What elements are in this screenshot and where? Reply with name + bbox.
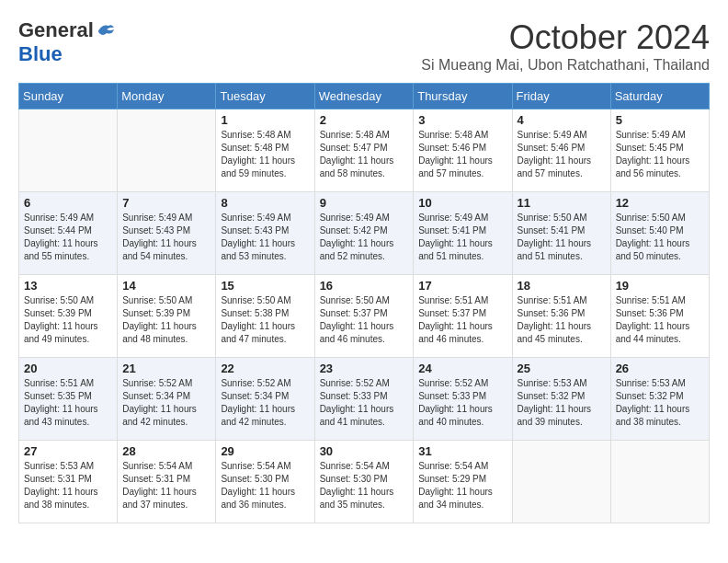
calendar-cell: 15Sunrise: 5:50 AM Sunset: 5:38 PM Dayli… — [216, 275, 314, 358]
title-month: October 2024 — [421, 18, 710, 57]
day-info: Sunrise: 5:51 AM Sunset: 5:36 PM Dayligh… — [616, 294, 704, 346]
day-number: 20 — [24, 362, 112, 375]
day-info: Sunrise: 5:50 AM Sunset: 5:39 PM Dayligh… — [24, 294, 112, 346]
calendar-table: SundayMondayTuesdayWednesdayThursdayFrid… — [18, 83, 710, 523]
logo: General Blue — [18, 18, 116, 66]
day-info: Sunrise: 5:50 AM Sunset: 5:38 PM Dayligh… — [221, 294, 309, 346]
calendar-cell: 13Sunrise: 5:50 AM Sunset: 5:39 PM Dayli… — [19, 275, 118, 358]
calendar-cell: 19Sunrise: 5:51 AM Sunset: 5:36 PM Dayli… — [610, 275, 709, 358]
calendar-cell: 18Sunrise: 5:51 AM Sunset: 5:36 PM Dayli… — [512, 275, 610, 358]
day-number: 11 — [518, 196, 606, 210]
day-number: 7 — [122, 196, 210, 210]
calendar-cell — [118, 109, 216, 192]
title-area: October 2024 Si Mueang Mai, Ubon Ratchat… — [421, 18, 710, 74]
day-number: 4 — [518, 113, 606, 127]
day-number: 13 — [24, 279, 112, 293]
day-info: Sunrise: 5:53 AM Sunset: 5:32 PM Dayligh… — [518, 377, 606, 429]
calendar-cell: 9Sunrise: 5:49 AM Sunset: 5:42 PM Daylig… — [314, 192, 414, 275]
day-info: Sunrise: 5:51 AM Sunset: 5:37 PM Dayligh… — [418, 294, 506, 346]
day-info: Sunrise: 5:50 AM Sunset: 5:40 PM Dayligh… — [616, 212, 704, 263]
day-number: 26 — [616, 362, 704, 375]
calendar-cell: 26Sunrise: 5:53 AM Sunset: 5:32 PM Dayli… — [610, 358, 709, 441]
calendar-cell: 20Sunrise: 5:51 AM Sunset: 5:35 PM Dayli… — [19, 358, 118, 441]
calendar-cell: 21Sunrise: 5:52 AM Sunset: 5:34 PM Dayli… — [118, 358, 216, 441]
calendar-cell: 1Sunrise: 5:48 AM Sunset: 5:48 PM Daylig… — [216, 109, 314, 192]
day-info: Sunrise: 5:52 AM Sunset: 5:33 PM Dayligh… — [320, 377, 409, 429]
day-info: Sunrise: 5:53 AM Sunset: 5:32 PM Dayligh… — [616, 377, 704, 429]
weekday-header-saturday: Saturday — [610, 84, 709, 109]
day-info: Sunrise: 5:48 AM Sunset: 5:48 PM Dayligh… — [221, 129, 309, 180]
day-info: Sunrise: 5:48 AM Sunset: 5:46 PM Dayligh… — [418, 129, 506, 180]
day-number: 22 — [221, 362, 309, 375]
calendar-cell: 12Sunrise: 5:50 AM Sunset: 5:40 PM Dayli… — [610, 192, 709, 275]
day-number: 6 — [24, 196, 112, 210]
logo-blue: Blue — [18, 42, 63, 66]
calendar-cell: 17Sunrise: 5:51 AM Sunset: 5:37 PM Dayli… — [414, 275, 512, 358]
day-info: Sunrise: 5:52 AM Sunset: 5:33 PM Dayligh… — [418, 377, 506, 429]
calendar-cell: 31Sunrise: 5:54 AM Sunset: 5:29 PM Dayli… — [414, 441, 512, 523]
day-info: Sunrise: 5:49 AM Sunset: 5:45 PM Dayligh… — [616, 129, 704, 180]
day-number: 21 — [122, 362, 210, 375]
calendar-cell: 3Sunrise: 5:48 AM Sunset: 5:46 PM Daylig… — [414, 109, 512, 192]
logo-general: General — [18, 18, 94, 42]
calendar-cell — [512, 441, 610, 523]
day-info: Sunrise: 5:51 AM Sunset: 5:35 PM Dayligh… — [24, 377, 112, 429]
calendar-cell: 11Sunrise: 5:50 AM Sunset: 5:41 PM Dayli… — [512, 192, 610, 275]
weekday-header-wednesday: Wednesday — [314, 84, 414, 109]
day-number: 19 — [616, 279, 704, 293]
day-number: 1 — [221, 113, 309, 127]
calendar-cell: 16Sunrise: 5:50 AM Sunset: 5:37 PM Dayli… — [314, 275, 414, 358]
day-info: Sunrise: 5:49 AM Sunset: 5:41 PM Dayligh… — [418, 212, 506, 263]
calendar-cell — [610, 441, 709, 523]
day-number: 24 — [418, 362, 506, 375]
day-number: 14 — [122, 279, 210, 293]
day-number: 18 — [518, 279, 606, 293]
day-number: 17 — [418, 279, 506, 293]
day-number: 16 — [320, 279, 409, 293]
day-number: 27 — [24, 444, 112, 458]
week-row-2: 6Sunrise: 5:49 AM Sunset: 5:44 PM Daylig… — [19, 192, 710, 275]
day-info: Sunrise: 5:52 AM Sunset: 5:34 PM Dayligh… — [221, 377, 309, 429]
day-info: Sunrise: 5:49 AM Sunset: 5:43 PM Dayligh… — [122, 212, 210, 263]
week-row-5: 27Sunrise: 5:53 AM Sunset: 5:31 PM Dayli… — [19, 441, 710, 523]
day-info: Sunrise: 5:54 AM Sunset: 5:30 PM Dayligh… — [221, 460, 309, 511]
week-row-4: 20Sunrise: 5:51 AM Sunset: 5:35 PM Dayli… — [19, 358, 710, 441]
day-info: Sunrise: 5:50 AM Sunset: 5:37 PM Dayligh… — [320, 294, 409, 346]
calendar-cell: 10Sunrise: 5:49 AM Sunset: 5:41 PM Dayli… — [414, 192, 512, 275]
calendar-cell: 29Sunrise: 5:54 AM Sunset: 5:30 PM Dayli… — [216, 441, 314, 523]
day-number: 8 — [221, 196, 309, 210]
day-number: 30 — [320, 444, 409, 458]
day-info: Sunrise: 5:49 AM Sunset: 5:44 PM Dayligh… — [24, 212, 112, 263]
weekday-header-sunday: Sunday — [19, 84, 118, 109]
day-info: Sunrise: 5:49 AM Sunset: 5:43 PM Dayligh… — [221, 212, 309, 263]
calendar-cell: 14Sunrise: 5:50 AM Sunset: 5:39 PM Dayli… — [118, 275, 216, 358]
weekday-header-tuesday: Tuesday — [216, 84, 314, 109]
day-info: Sunrise: 5:52 AM Sunset: 5:34 PM Dayligh… — [122, 377, 210, 429]
day-number: 31 — [418, 444, 506, 458]
day-number: 5 — [616, 113, 704, 127]
day-info: Sunrise: 5:48 AM Sunset: 5:47 PM Dayligh… — [320, 129, 409, 180]
day-number: 3 — [418, 113, 506, 127]
calendar-cell: 23Sunrise: 5:52 AM Sunset: 5:33 PM Dayli… — [314, 358, 414, 441]
title-location: Si Mueang Mai, Ubon Ratchathani, Thailan… — [421, 57, 710, 74]
day-number: 29 — [221, 444, 309, 458]
weekday-header-thursday: Thursday — [414, 84, 512, 109]
week-row-1: 1Sunrise: 5:48 AM Sunset: 5:48 PM Daylig… — [19, 109, 710, 192]
calendar-cell: 6Sunrise: 5:49 AM Sunset: 5:44 PM Daylig… — [19, 192, 118, 275]
day-info: Sunrise: 5:53 AM Sunset: 5:31 PM Dayligh… — [24, 460, 112, 511]
calendar-cell: 4Sunrise: 5:49 AM Sunset: 5:46 PM Daylig… — [512, 109, 610, 192]
day-number: 9 — [320, 196, 409, 210]
weekday-header-monday: Monday — [118, 84, 216, 109]
day-number: 10 — [418, 196, 506, 210]
day-number: 12 — [616, 196, 704, 210]
day-info: Sunrise: 5:54 AM Sunset: 5:29 PM Dayligh… — [418, 460, 506, 511]
day-info: Sunrise: 5:51 AM Sunset: 5:36 PM Dayligh… — [518, 294, 606, 346]
calendar-cell: 27Sunrise: 5:53 AM Sunset: 5:31 PM Dayli… — [19, 441, 118, 523]
day-info: Sunrise: 5:49 AM Sunset: 5:42 PM Dayligh… — [320, 212, 409, 263]
calendar-cell — [19, 109, 118, 192]
day-number: 28 — [122, 444, 210, 458]
weekday-header-friday: Friday — [512, 84, 610, 109]
weekday-header-row: SundayMondayTuesdayWednesdayThursdayFrid… — [19, 84, 710, 109]
day-info: Sunrise: 5:50 AM Sunset: 5:39 PM Dayligh… — [122, 294, 210, 346]
day-number: 15 — [221, 279, 309, 293]
